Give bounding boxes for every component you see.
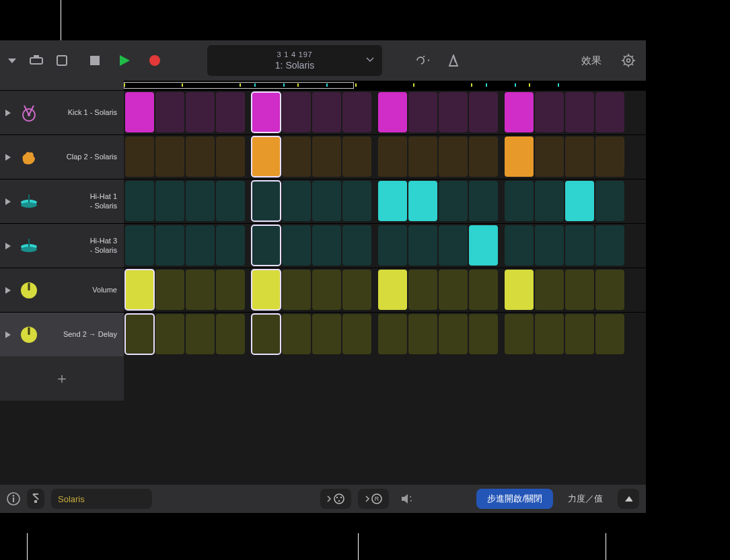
step-cell[interactable] (342, 92, 371, 132)
step-cell[interactable] (505, 136, 534, 177)
repeat-pill[interactable]: R (358, 489, 389, 509)
add-row-button[interactable]: ＋ (0, 356, 124, 401)
step-cell[interactable] (125, 92, 154, 132)
step-cell[interactable] (252, 136, 281, 177)
step-cell[interactable] (216, 181, 245, 221)
step-cell[interactable] (595, 225, 624, 266)
step-cell[interactable] (282, 181, 311, 221)
step-cell[interactable] (505, 225, 534, 266)
step-cell[interactable] (439, 181, 468, 221)
metronome-icon[interactable] (448, 54, 459, 67)
row-play-icon[interactable] (5, 331, 11, 338)
step-cell[interactable] (378, 314, 407, 354)
step-cell[interactable] (342, 181, 371, 221)
row-header[interactable]: Volume (0, 268, 124, 312)
row-play-icon[interactable] (5, 243, 11, 249)
step-cell[interactable] (282, 270, 311, 310)
step-cell[interactable] (125, 270, 154, 310)
step-cell[interactable] (595, 181, 624, 221)
step-cell[interactable] (186, 314, 215, 354)
step-cell[interactable] (378, 270, 407, 310)
row-header[interactable]: Hi-Hat 1- Solaris (0, 179, 124, 223)
step-cell[interactable] (535, 270, 564, 310)
step-cell[interactable] (535, 314, 564, 354)
step-cell[interactable] (342, 270, 371, 310)
chevron-down-icon[interactable] (7, 55, 17, 66)
step-cell[interactable] (505, 270, 534, 310)
step-toggle-button[interactable]: 步進開啟/關閉 (476, 489, 553, 509)
step-cell[interactable] (439, 136, 468, 177)
step-cell[interactable] (312, 92, 341, 132)
info-icon[interactable] (7, 492, 20, 506)
step-cell[interactable] (378, 225, 407, 266)
step-cell[interactable] (155, 270, 184, 310)
step-cell[interactable] (408, 225, 437, 266)
step-cell[interactable] (505, 181, 534, 221)
step-cell[interactable] (282, 92, 311, 132)
step-cell[interactable] (469, 181, 498, 221)
step-cell[interactable] (186, 270, 215, 310)
row-play-icon[interactable] (5, 198, 11, 205)
step-cell[interactable] (469, 92, 498, 132)
step-cell[interactable] (595, 92, 624, 132)
step-cell[interactable] (408, 136, 437, 177)
row-play-icon[interactable] (5, 110, 11, 116)
step-cell[interactable] (378, 181, 407, 221)
step-cell[interactable] (439, 314, 468, 354)
step-cell[interactable] (216, 136, 245, 177)
step-cell[interactable] (155, 136, 184, 177)
step-cell[interactable] (565, 270, 594, 310)
step-cell[interactable] (469, 270, 498, 310)
step-cell[interactable] (535, 92, 564, 132)
row-header[interactable]: Kick 1 - Solaris (0, 91, 124, 134)
step-cell[interactable] (595, 270, 624, 310)
step-cell[interactable] (312, 314, 341, 354)
step-cell[interactable] (186, 225, 215, 266)
record-button[interactable] (149, 55, 160, 66)
ruler-cycle-region[interactable] (124, 82, 354, 89)
step-cell[interactable] (216, 270, 245, 310)
preset-name-field[interactable]: Solaris (51, 489, 152, 509)
step-cell[interactable] (125, 314, 154, 354)
step-cell[interactable] (282, 136, 311, 177)
triangle-up-icon[interactable] (618, 489, 639, 509)
step-cell[interactable] (342, 136, 371, 177)
step-cell[interactable] (565, 225, 594, 266)
step-cell[interactable] (439, 92, 468, 132)
step-cell[interactable] (535, 181, 564, 221)
step-cell[interactable] (439, 270, 468, 310)
play-button[interactable] (118, 54, 131, 67)
step-cell[interactable] (565, 181, 594, 221)
palette-pill[interactable] (320, 489, 351, 509)
step-cell[interactable] (312, 181, 341, 221)
step-cell[interactable] (595, 314, 624, 354)
cycle-icon[interactable] (416, 56, 429, 65)
step-cell[interactable] (505, 92, 534, 132)
step-cell[interactable] (216, 225, 245, 266)
step-cell[interactable] (505, 314, 534, 354)
step-cell[interactable] (282, 314, 311, 354)
step-cell[interactable] (252, 181, 281, 221)
step-cell[interactable] (186, 92, 215, 132)
step-cell[interactable] (469, 314, 498, 354)
step-cell[interactable] (125, 225, 154, 266)
step-cell[interactable] (216, 314, 245, 354)
step-cell[interactable] (252, 314, 281, 354)
step-cell[interactable] (535, 136, 564, 177)
gear-icon[interactable] (622, 54, 635, 67)
step-cell[interactable] (282, 225, 311, 266)
step-cell[interactable] (252, 92, 281, 132)
chevron-down-icon[interactable] (366, 54, 374, 67)
step-cell[interactable] (378, 92, 407, 132)
step-cell[interactable] (155, 314, 184, 354)
lcd-display[interactable]: 3 1 4 197 1: Solaris (207, 45, 382, 76)
step-cell[interactable] (186, 181, 215, 221)
row-header[interactable]: Clap 2 - Solaris (0, 135, 124, 179)
step-cell[interactable] (408, 181, 437, 221)
step-cell[interactable] (565, 136, 594, 177)
row-header[interactable]: Send 2 → Delay (0, 313, 124, 356)
row-play-icon[interactable] (5, 154, 11, 161)
speaker-icon[interactable] (401, 493, 414, 504)
step-cell[interactable] (378, 136, 407, 177)
step-cell[interactable] (565, 92, 594, 132)
